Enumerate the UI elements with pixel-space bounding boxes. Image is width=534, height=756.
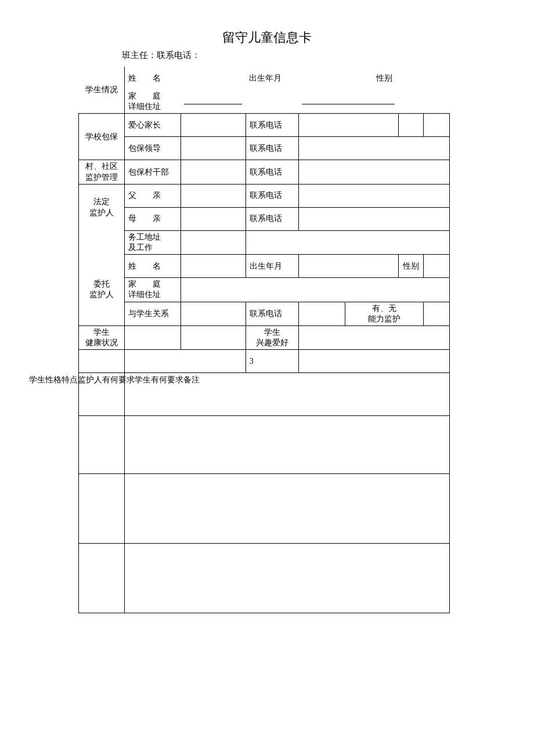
label-ent-addr: 家 庭详细住址 bbox=[125, 278, 181, 302]
label-cadre-contact: 联系电话 bbox=[246, 160, 298, 184]
value-health1 bbox=[125, 325, 181, 349]
label-mother: 母 亲 bbox=[125, 207, 181, 230]
value-father-contact bbox=[298, 184, 449, 207]
label-student-addr: 家 庭详细住址 bbox=[125, 90, 181, 114]
group-student: 学生情况 bbox=[79, 67, 125, 114]
label-cadre: 包保村干部 bbox=[125, 160, 181, 184]
stray-number: 3 bbox=[246, 350, 298, 373]
label-love-parent: 爱心家长 bbox=[125, 114, 181, 137]
info-card-table: 学生情况 姓 名 出生年月 性别 家 庭详细住址 学校包保 爱心家长 联系电话 bbox=[78, 67, 450, 613]
value-health2 bbox=[181, 325, 246, 349]
label-student-gender: 性别 bbox=[345, 67, 424, 90]
value-love-contact-ext2 bbox=[424, 114, 450, 137]
value-mother-contact bbox=[298, 207, 449, 230]
value-love-contact-ext1 bbox=[398, 114, 424, 137]
label-hobby: 学生兴趣爱好 bbox=[246, 325, 298, 349]
big-row-3b bbox=[125, 416, 450, 474]
value-ent-relation bbox=[181, 302, 246, 325]
label-ent-ability: 有、无能力监护 bbox=[345, 302, 424, 325]
value-ent-dob bbox=[298, 255, 398, 278]
extra-labels-line: 学生性格特点监护人有何要求学生有何要求备注 bbox=[29, 375, 200, 385]
value-love-contact bbox=[298, 114, 398, 137]
value-mother bbox=[181, 207, 246, 230]
label-student-dob: 出生年月 bbox=[246, 67, 298, 90]
label-ent-dob: 出生年月 bbox=[246, 255, 298, 278]
label-ent-relation: 与学生关系 bbox=[125, 302, 181, 325]
big-row-3a bbox=[79, 416, 125, 474]
big-row-5a bbox=[79, 544, 125, 613]
value-ent-contact bbox=[298, 302, 345, 325]
value-ent-gender bbox=[424, 255, 450, 278]
value-student-addr1 bbox=[181, 90, 246, 114]
label-leader: 包保领导 bbox=[125, 137, 181, 160]
value-student-dob bbox=[298, 67, 345, 90]
big-cell-1b bbox=[125, 350, 246, 373]
value-hobby bbox=[298, 325, 449, 349]
label-love-contact: 联系电话 bbox=[246, 114, 298, 137]
value-ent-name bbox=[181, 255, 246, 278]
value-cadre-contact bbox=[298, 160, 449, 184]
group-village: 村、社区监护管理 bbox=[79, 160, 125, 184]
value-ent-ability bbox=[424, 302, 450, 325]
label-work: 务工地址及工作 bbox=[125, 230, 181, 254]
value-father bbox=[181, 184, 246, 207]
value-cadre bbox=[181, 160, 246, 184]
group-legal: 法定监护人 bbox=[79, 184, 125, 230]
value-work1 bbox=[181, 230, 246, 254]
label-ent-contact: 联系电话 bbox=[246, 302, 298, 325]
page-title: 留守儿童信息卡 bbox=[0, 29, 534, 46]
value-leader bbox=[181, 137, 246, 160]
value-student-addr2 bbox=[298, 90, 398, 114]
label-father-contact: 联系电话 bbox=[246, 184, 298, 207]
big-row-5b bbox=[125, 544, 450, 613]
value-student-gender bbox=[424, 67, 450, 90]
big-cell-1a bbox=[79, 350, 125, 373]
label-mother-contact: 联系电话 bbox=[246, 207, 298, 230]
label-father: 父 亲 bbox=[125, 184, 181, 207]
group-entrusted: 委托监护人 bbox=[79, 278, 125, 302]
group-school: 学校包保 bbox=[79, 114, 125, 160]
value-ent-addr bbox=[181, 278, 449, 302]
big-row-4b bbox=[125, 474, 450, 544]
value-leader-contact bbox=[298, 137, 449, 160]
value-student-name bbox=[181, 67, 246, 90]
value-work2 bbox=[246, 230, 449, 254]
label-health: 学生健康状况 bbox=[79, 325, 125, 349]
label-ent-gender: 性别 bbox=[398, 255, 424, 278]
value-love-parent bbox=[181, 114, 246, 137]
big-cell-1c bbox=[298, 350, 449, 373]
label-student-name: 姓 名 bbox=[125, 67, 181, 90]
label-ent-name: 姓 名 bbox=[125, 255, 181, 278]
label-leader-contact: 联系电话 bbox=[246, 137, 298, 160]
big-row-4a bbox=[79, 474, 125, 544]
teacher-contact-line: 班主任：联系电话： bbox=[122, 50, 534, 61]
